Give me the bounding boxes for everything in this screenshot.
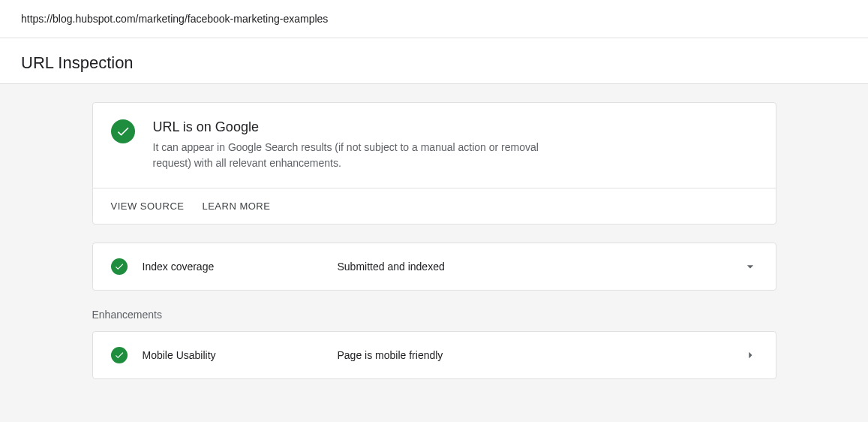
mobile-usability-label: Mobile Usability	[143, 349, 323, 361]
status-card: URL is on Google It can appear in Google…	[92, 102, 776, 225]
status-card-actions: VIEW SOURCE LEARN MORE	[93, 188, 776, 224]
check-icon	[111, 119, 135, 143]
url-input[interactable]	[21, 13, 847, 25]
status-card-main: URL is on Google It can appear in Google…	[93, 103, 776, 188]
status-description: It can appear in Google Search results (…	[153, 140, 573, 171]
status-text-block: URL is on Google It can appear in Google…	[153, 119, 758, 171]
page-header: URL Inspection	[0, 38, 868, 84]
view-source-button[interactable]: VIEW SOURCE	[111, 200, 185, 212]
check-icon	[111, 347, 128, 363]
index-coverage-value: Submitted and indexed	[338, 261, 728, 273]
content-area: URL is on Google It can appear in Google…	[92, 84, 776, 415]
chevron-right-icon	[743, 348, 758, 363]
url-bar	[0, 0, 868, 38]
chevron-down-icon	[743, 259, 758, 274]
index-coverage-label: Index coverage	[143, 261, 323, 273]
status-heading: URL is on Google	[153, 119, 758, 135]
mobile-usability-row[interactable]: Mobile Usability Page is mobile friendly	[92, 331, 776, 379]
index-coverage-row[interactable]: Index coverage Submitted and indexed	[92, 243, 776, 291]
check-icon	[111, 258, 128, 275]
page-title: URL Inspection	[21, 53, 847, 73]
learn-more-button[interactable]: LEARN MORE	[202, 200, 270, 212]
enhancements-title: Enhancements	[92, 309, 776, 321]
mobile-usability-value: Page is mobile friendly	[338, 349, 728, 361]
